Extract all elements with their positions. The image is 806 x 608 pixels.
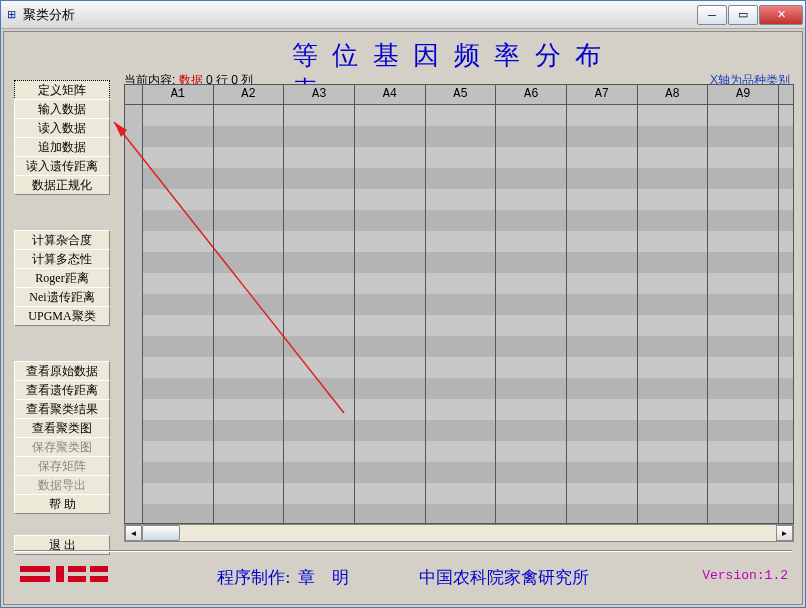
organization: 中国农科院家禽研究所 — [419, 568, 589, 587]
btn-Roger距离[interactable]: Roger距离 — [14, 268, 110, 288]
author-name: 章 明 — [298, 568, 352, 587]
btn-读入数据[interactable]: 读入数据 — [14, 118, 110, 138]
horizontal-scrollbar[interactable]: ◄ ► — [124, 524, 794, 542]
scroll-track[interactable] — [142, 525, 776, 541]
btn-数据正规化[interactable]: 数据正规化 — [14, 175, 110, 195]
maximize-button[interactable]: ▭ — [728, 5, 758, 25]
minimize-button[interactable]: ─ — [697, 5, 727, 25]
btn-查看遗传距离[interactable]: 查看遗传距离 — [14, 380, 110, 400]
scroll-thumb[interactable] — [142, 525, 180, 541]
btn-追加数据[interactable]: 追加数据 — [14, 137, 110, 157]
column-header[interactable]: A1 — [143, 85, 214, 104]
scroll-right-button[interactable]: ► — [776, 525, 793, 541]
button-group-2: 计算杂合度计算多态性Roger距离Nei遗传距离UPGMA聚类 — [14, 230, 110, 325]
window: ⊞ 聚类分析 ─ ▭ ✕ 等 位 基 因 频 率 分 布 表 当前内容: 数据 … — [0, 0, 806, 608]
column-header[interactable]: A5 — [426, 85, 497, 104]
btn-定义矩阵[interactable]: 定义矩阵 — [14, 80, 110, 100]
button-group-3: 查看原始数据查看遗传距离查看聚类结果查看聚类图保存聚类图保存矩阵数据导出帮 助 — [14, 361, 110, 513]
column-header[interactable]: A8 — [638, 85, 709, 104]
button-group-1: 定义矩阵输入数据读入数据追加数据读入遗传距离数据正规化 — [14, 80, 110, 194]
btn-计算多态性[interactable]: 计算多态性 — [14, 249, 110, 269]
grid-cells — [143, 105, 793, 523]
btn-计算杂合度[interactable]: 计算杂合度 — [14, 230, 110, 250]
btn-保存聚类图[interactable]: 保存聚类图 — [14, 437, 110, 457]
content-area: 等 位 基 因 频 率 分 布 表 当前内容: 数据 0 行 0 列 X轴为品种… — [3, 31, 803, 605]
btn-UPGMA聚类[interactable]: UPGMA聚类 — [14, 306, 110, 326]
column-header[interactable]: A3 — [284, 85, 355, 104]
grid-area: A1A2A3A4A5A6A7A8A9 ◄ ► — [124, 84, 794, 542]
corner-cell — [125, 85, 143, 104]
btn-查看聚类结果[interactable]: 查看聚类结果 — [14, 399, 110, 419]
grid-body — [125, 105, 793, 523]
footer: 程序制作: 章 明 中国农科院家禽研究所 Version:1.2 — [4, 550, 802, 604]
btn-输入数据[interactable]: 输入数据 — [14, 99, 110, 119]
btn-帮  助[interactable]: 帮 助 — [14, 494, 110, 514]
title-bar: ⊞ 聚类分析 ─ ▭ ✕ — [1, 1, 805, 29]
btn-查看聚类图[interactable]: 查看聚类图 — [14, 418, 110, 438]
btn-读入遗传距离[interactable]: 读入遗传距离 — [14, 156, 110, 176]
sidebar: 定义矩阵输入数据读入数据追加数据读入遗传距离数据正规化 计算杂合度计算多态性Ro… — [14, 80, 110, 554]
close-button[interactable]: ✕ — [759, 5, 803, 25]
btn-保存矩阵[interactable]: 保存矩阵 — [14, 456, 110, 476]
column-header[interactable]: A6 — [496, 85, 567, 104]
grid-header: A1A2A3A4A5A6A7A8A9 — [125, 85, 793, 105]
column-header[interactable]: A9 — [708, 85, 779, 104]
column-header[interactable]: A4 — [355, 85, 426, 104]
btn-Nei遗传距离[interactable]: Nei遗传距离 — [14, 287, 110, 307]
version-label: Version:1.2 — [702, 568, 788, 583]
btn-数据导出[interactable]: 数据导出 — [14, 475, 110, 495]
credit-line: 程序制作: 章 明 中国农科院家禽研究所 — [4, 566, 802, 589]
column-header[interactable]: A7 — [567, 85, 638, 104]
scroll-left-button[interactable]: ◄ — [125, 525, 142, 541]
window-controls: ─ ▭ ✕ — [697, 5, 803, 25]
btn-查看原始数据[interactable]: 查看原始数据 — [14, 361, 110, 381]
app-icon: ⊞ — [3, 7, 19, 23]
window-title: 聚类分析 — [23, 6, 697, 24]
row-header-gutter — [125, 105, 143, 523]
column-header[interactable]: A2 — [214, 85, 285, 104]
data-grid[interactable]: A1A2A3A4A5A6A7A8A9 — [124, 84, 794, 524]
